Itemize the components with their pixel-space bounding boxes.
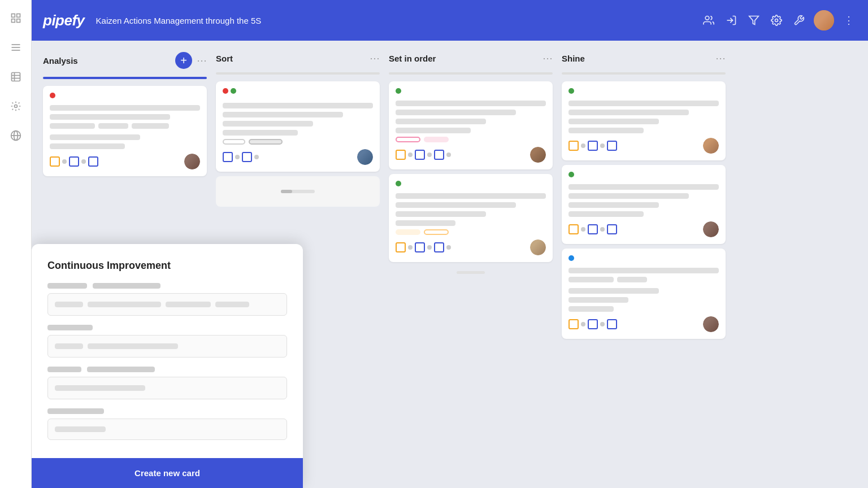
card-icon-box[interactable] bbox=[415, 150, 425, 160]
add-card-analysis-button[interactable]: + bbox=[175, 52, 192, 69]
avatar-face bbox=[703, 316, 719, 332]
card-avatar bbox=[357, 149, 373, 165]
card-text bbox=[396, 211, 486, 217]
card-icon-box[interactable] bbox=[607, 224, 617, 234]
card-icon-box[interactable] bbox=[415, 242, 425, 252]
column-header-set-in-order: Set in order ⋯ bbox=[389, 52, 553, 68]
form-label-row bbox=[47, 367, 287, 372]
wrench-icon[interactable] bbox=[791, 12, 807, 28]
card-icon-box[interactable] bbox=[242, 152, 252, 162]
form-section-deadline bbox=[47, 325, 287, 358]
sidebar-item-list[interactable] bbox=[7, 38, 25, 56]
card-icon-box[interactable] bbox=[223, 152, 233, 162]
filter-icon[interactable] bbox=[746, 12, 762, 28]
input-placeholder bbox=[55, 385, 145, 391]
card-text bbox=[396, 202, 516, 208]
card bbox=[562, 81, 726, 160]
card-icon-box[interactable] bbox=[607, 319, 617, 329]
create-card-form: Continuous Improvement bbox=[32, 244, 303, 488]
form-input-responsible[interactable] bbox=[47, 419, 287, 440]
user-avatar[interactable] bbox=[814, 10, 834, 30]
card-icon-box[interactable] bbox=[88, 156, 98, 167]
sidebar-item-globe[interactable] bbox=[7, 127, 25, 145]
tag-pill bbox=[223, 139, 245, 145]
tag-pill-orange bbox=[396, 229, 420, 235]
column-header-sort: Sort ⋯ bbox=[216, 52, 380, 68]
card bbox=[43, 86, 207, 176]
card-text bbox=[568, 119, 659, 124]
settings-icon[interactable] bbox=[769, 12, 784, 28]
card-dot-icon bbox=[408, 245, 413, 250]
card-icon-box[interactable] bbox=[396, 150, 406, 160]
form-section-kaizen bbox=[47, 367, 287, 399]
sidebar bbox=[0, 0, 32, 488]
card-text bbox=[132, 123, 170, 129]
card-icon-box[interactable] bbox=[568, 319, 579, 329]
card-icon-box[interactable] bbox=[568, 224, 579, 234]
card-icon-box[interactable] bbox=[434, 242, 444, 252]
column-header-shine: Shine ⋯ bbox=[562, 52, 726, 68]
users-icon[interactable] bbox=[701, 12, 717, 28]
card-text bbox=[223, 103, 373, 108]
card-icon-box[interactable] bbox=[396, 242, 406, 252]
card-tags bbox=[396, 229, 546, 235]
input-placeholder bbox=[166, 302, 211, 307]
card-text bbox=[50, 134, 140, 140]
card-text bbox=[396, 101, 546, 106]
card-action-icons bbox=[223, 152, 259, 162]
signin-icon[interactable] bbox=[723, 12, 739, 28]
card-icon-box[interactable] bbox=[607, 141, 617, 151]
card-dot-icon bbox=[235, 155, 240, 159]
tag-pill bbox=[249, 139, 283, 145]
form-input-deadline[interactable] bbox=[47, 335, 287, 358]
card-text bbox=[568, 306, 614, 312]
card-icon-box[interactable] bbox=[434, 150, 444, 160]
card-dot-icon bbox=[427, 245, 432, 250]
form-input-kaizen[interactable] bbox=[47, 377, 287, 399]
sidebar-item-automation[interactable] bbox=[7, 97, 25, 115]
form-input-status[interactable] bbox=[47, 293, 287, 316]
card-dot-icon bbox=[581, 143, 585, 148]
card-text bbox=[568, 101, 719, 106]
column-title-analysis: Analysis bbox=[43, 56, 171, 66]
card-icon-box[interactable] bbox=[588, 224, 598, 234]
card-icon-box[interactable] bbox=[568, 141, 579, 151]
card-icon-box[interactable] bbox=[50, 156, 60, 167]
board: Analysis + ⋯ bbox=[32, 41, 868, 488]
column-more-shine[interactable]: ⋯ bbox=[715, 52, 726, 64]
input-placeholder bbox=[55, 302, 83, 307]
card-dot-icon bbox=[600, 143, 605, 148]
avatar-face bbox=[184, 154, 200, 169]
card bbox=[389, 174, 553, 262]
sidebar-item-table[interactable] bbox=[7, 68, 25, 86]
card-avatar bbox=[703, 138, 719, 154]
column-bar-set-in-order bbox=[389, 72, 553, 75]
card-dot-icon bbox=[81, 159, 86, 164]
form-label bbox=[47, 283, 87, 289]
card-text bbox=[50, 143, 125, 149]
more-options-icon[interactable]: ⋮ bbox=[841, 12, 857, 28]
svg-point-11 bbox=[14, 105, 17, 108]
card-icon-box[interactable] bbox=[588, 319, 598, 329]
card-icon-box[interactable] bbox=[69, 156, 79, 167]
card-status-dot bbox=[50, 93, 55, 98]
card-text bbox=[223, 130, 298, 136]
column-more-analysis[interactable]: ⋯ bbox=[197, 54, 207, 67]
scroll-bar bbox=[457, 271, 485, 274]
app-logo: pipefy bbox=[43, 12, 85, 29]
card-footer bbox=[396, 147, 546, 163]
avatar-face bbox=[703, 138, 719, 154]
svg-rect-2 bbox=[11, 19, 15, 23]
sidebar-item-grid[interactable] bbox=[7, 9, 25, 27]
column-more-set-in-order[interactable]: ⋯ bbox=[542, 52, 553, 64]
card-text bbox=[568, 128, 644, 133]
card-text bbox=[568, 202, 659, 208]
input-placeholder bbox=[88, 302, 161, 307]
card-icon-box[interactable] bbox=[588, 141, 598, 151]
column-more-sort[interactable]: ⋯ bbox=[370, 52, 380, 64]
form-inner: Continuous Improvement bbox=[32, 244, 303, 458]
create-new-card-button[interactable]: Create new card bbox=[32, 458, 303, 488]
card-dots bbox=[223, 88, 373, 98]
svg-marker-17 bbox=[749, 16, 759, 25]
card-dot-green bbox=[231, 88, 236, 94]
